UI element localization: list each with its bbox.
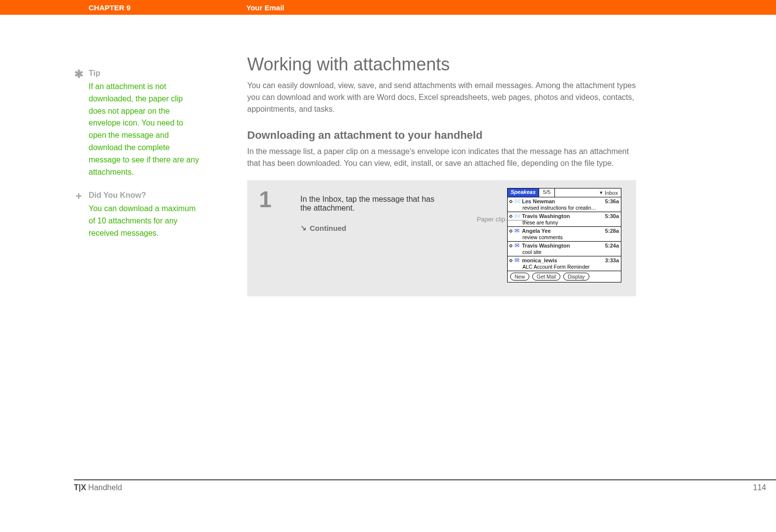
tip-body: If an attachment is not downloaded, the …	[89, 81, 202, 178]
pager-count: 5/5	[539, 188, 555, 197]
sub-intro-paragraph: In the message list, a paper clip on a m…	[247, 146, 636, 169]
envelope-icon: 📨	[514, 198, 520, 205]
chapter-title: Your Email	[246, 3, 284, 12]
message-row[interactable]: ✉Angela Yee5:28areview comments	[508, 227, 621, 242]
message-row[interactable]: ✉Travis Washington5:24acool site	[508, 242, 621, 256]
step-panel: 1 In the Inbox, tap the message that has…	[247, 180, 636, 296]
dyk-heading: Did You Know?	[89, 191, 146, 200]
envelope-icon: 📨	[514, 213, 520, 219]
footer-device-bold: T|X	[74, 483, 86, 492]
get-mail-button[interactable]: Get Mail	[532, 273, 560, 281]
unread-marker-icon	[509, 229, 513, 232]
callout-column: Paper clip	[443, 188, 507, 282]
step-instruction: In the Inbox, tap the message that has t…	[300, 195, 443, 213]
step-body: In the Inbox, tap the message that has t…	[300, 188, 443, 282]
continued-arrow-icon: ↘	[300, 223, 307, 232]
chevron-down-icon: ▾	[600, 189, 603, 196]
asterisk-icon: ✱	[74, 69, 84, 80]
display-button[interactable]: Display	[563, 273, 589, 281]
message-subject: these are funny	[522, 219, 619, 225]
message-subject: cool site	[522, 249, 619, 255]
message-list: 📨Les Newman5:36arevised instructions for…	[508, 197, 621, 271]
message-subject: ALC Account Form Reminder	[522, 264, 619, 270]
footer-device-name: T|X Handheld	[74, 483, 122, 492]
message-sender: Les Newman	[522, 198, 604, 204]
message-time: 5:30a	[605, 213, 619, 219]
page-h1: Working with attachments	[247, 54, 636, 75]
dyk-body: You can download a maximum of 10 attachm…	[89, 203, 202, 239]
message-sender: monica_lewis	[522, 257, 604, 263]
app-brand: Speakeas	[508, 188, 539, 197]
envelope-icon: ✉	[514, 257, 520, 264]
sidebar: ✱ Tip If an attachment is not downloaded…	[74, 69, 202, 252]
message-row[interactable]: ✉monica_lewis3:33aALC Account Form Remin…	[508, 256, 621, 271]
folder-dropdown-label: Inbox	[605, 190, 618, 196]
continued-indicator: ↘ Continued	[300, 223, 443, 232]
message-subject: revised instructions for creatin…	[522, 205, 619, 211]
message-sender: Angela Yee	[522, 228, 604, 234]
message-row[interactable]: 📨Les Newman5:36arevised instructions for…	[508, 197, 621, 212]
unread-marker-icon	[509, 214, 513, 218]
step-number: 1	[256, 188, 300, 282]
envelope-icon: ✉	[514, 242, 520, 249]
page-number: 114	[753, 483, 766, 492]
page-footer: T|X Handheld 114	[74, 479, 776, 492]
message-sender: Travis Washington	[522, 243, 604, 249]
unread-marker-icon	[509, 258, 513, 262]
tip-heading: Tip	[89, 69, 100, 78]
main-content: Working with attachments You can easily …	[247, 54, 636, 296]
footer-device-rest: Handheld	[86, 483, 122, 492]
message-sender: Travis Washington	[522, 213, 604, 219]
chapter-label: CHAPTER 9	[89, 3, 246, 12]
chapter-header: CHAPTER 9 Your Email	[0, 0, 776, 15]
message-time: 5:28a	[605, 228, 619, 234]
unread-marker-icon	[509, 244, 513, 247]
message-subject: review comments	[522, 234, 619, 240]
message-time: 5:24a	[605, 243, 619, 249]
device-toolbar: New Get Mail Display	[508, 271, 621, 282]
unread-marker-icon	[509, 199, 513, 203]
message-time: 5:36a	[605, 198, 619, 204]
device-screenshot: Speakeas 5/5 ▾ Inbox 📨Les Newman5:36arev…	[507, 188, 621, 282]
message-time: 3:33a	[605, 257, 619, 263]
did-you-know-block: + Did You Know? You can download a maxim…	[74, 191, 202, 239]
new-button[interactable]: New	[510, 273, 529, 281]
paperclip-callout: Paper clip	[477, 216, 505, 223]
plus-icon: +	[74, 191, 84, 202]
message-row[interactable]: 📨Travis Washington5:30athese are funny	[508, 212, 621, 227]
page-h2: Downloading an attachment to your handhe…	[247, 129, 636, 142]
folder-dropdown[interactable]: ▾ Inbox	[555, 188, 621, 197]
continued-label: Continued	[310, 224, 346, 232]
tip-block: ✱ Tip If an attachment is not downloaded…	[74, 69, 202, 178]
intro-paragraph: You can easily download, view, save, and…	[247, 80, 636, 115]
envelope-icon: ✉	[514, 227, 520, 234]
